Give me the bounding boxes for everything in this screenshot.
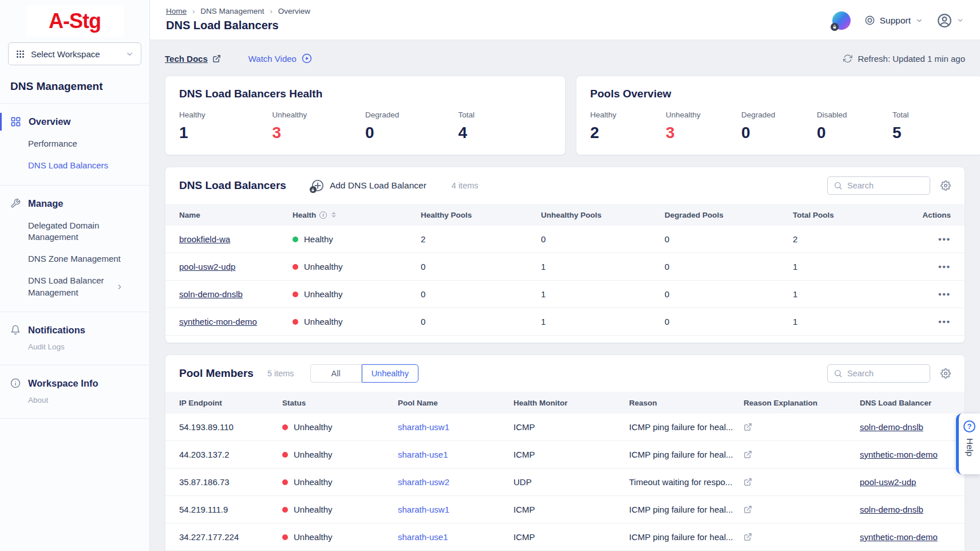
add-lb-label: Add DNS Load Balancer bbox=[330, 180, 426, 191]
refresh-button[interactable]: Refresh: Updated 1 min ago bbox=[843, 54, 965, 64]
lb-name-link[interactable]: soln-demo-dnslb bbox=[179, 289, 243, 299]
sidebar-subitem[interactable]: DNS Zone Management bbox=[0, 248, 132, 270]
lb-name-link[interactable]: pool-usw2-udp bbox=[179, 262, 235, 271]
search-icon bbox=[833, 181, 843, 190]
degraded-pools-value: 0 bbox=[665, 317, 793, 326]
stat-value: 0 bbox=[817, 124, 892, 142]
external-link-icon[interactable] bbox=[744, 423, 860, 431]
healthy-pools-value: 0 bbox=[421, 262, 541, 271]
stat: Unhealthy 3 bbox=[272, 111, 366, 142]
breadcrumb-dns-management[interactable]: DNS Management bbox=[200, 7, 264, 15]
sidebar-item-workspace-info[interactable]: Workspace Info bbox=[0, 372, 149, 395]
sidebar-section-workspace-info: Workspace Info About bbox=[0, 365, 149, 419]
lb-items-count: 4 items bbox=[452, 181, 479, 190]
sidebar-subitem-label: DNS Zone Management bbox=[28, 254, 121, 263]
pool-members-search-input[interactable] bbox=[847, 369, 924, 378]
stat-value: 0 bbox=[741, 124, 817, 142]
col-dns-load-balancer: DNS Load Balancer bbox=[860, 399, 951, 407]
stat-label: Unhealthy bbox=[272, 111, 307, 119]
lb-search-input[interactable] bbox=[847, 181, 924, 190]
pool-members-items-count: 5 items bbox=[267, 369, 294, 378]
pool-name-link[interactable]: sharath-use1 bbox=[398, 450, 448, 459]
breadcrumb-overview[interactable]: Overview bbox=[278, 7, 310, 15]
col-healthy-pools[interactable]: Healthy Pools bbox=[421, 211, 541, 219]
pool-name-link[interactable]: sharath-usw1 bbox=[398, 505, 449, 514]
sidebar-item-overview[interactable]: Overview bbox=[0, 111, 149, 133]
health-status: Unhealthy bbox=[304, 317, 343, 326]
sidebar-item-manage[interactable]: Manage bbox=[0, 192, 149, 215]
help-widget[interactable]: Help bbox=[956, 414, 980, 474]
row-actions-button[interactable] bbox=[938, 317, 951, 326]
lb-name-link[interactable]: synthetic-mon-demo bbox=[179, 317, 257, 326]
support-menu[interactable]: Support bbox=[864, 15, 923, 26]
table-row: 35.87.186.73 Unhealthy sharath-usw2 UDP … bbox=[165, 469, 965, 496]
info-icon[interactable] bbox=[319, 211, 327, 219]
pool-name-link[interactable]: sharath-use1 bbox=[398, 532, 448, 542]
col-total-pools[interactable]: Total Pools bbox=[793, 211, 916, 219]
stat-label: Healthy bbox=[179, 111, 206, 119]
external-link-icon[interactable] bbox=[744, 450, 860, 459]
col-pool-name: Pool Name bbox=[398, 399, 513, 407]
lb-name-link[interactable]: brookfield-wa bbox=[179, 234, 230, 244]
tech-docs-link[interactable]: Tech Docs bbox=[165, 54, 221, 64]
dns-lb-link[interactable]: soln-demo-dnslb bbox=[860, 422, 923, 432]
sort-icon[interactable] bbox=[331, 212, 336, 218]
sidebar-subitem[interactable]: Performance bbox=[0, 133, 149, 155]
sidebar-subitem[interactable]: DNS Load Balancer Management bbox=[0, 270, 132, 304]
sidebar-item-about[interactable]: About bbox=[0, 395, 149, 410]
member-status: Unhealthy bbox=[294, 450, 333, 459]
col-degraded-pools[interactable]: Degraded Pools bbox=[665, 211, 793, 219]
col-status: Status bbox=[282, 399, 398, 407]
row-actions-button[interactable] bbox=[938, 234, 951, 244]
sidebar: A-Stg Select Workspace DNS Management Ov… bbox=[0, 0, 150, 551]
reason-text: Timeout waiting for respo... bbox=[629, 477, 732, 487]
table-row: soln-demo-dnslb Unhealthy 0 1 0 1 bbox=[165, 281, 965, 308]
col-unhealthy-pools[interactable]: Unhealthy Pools bbox=[541, 211, 665, 219]
dns-lb-link[interactable]: pool-usw2-udp bbox=[860, 477, 916, 487]
help-label: Help bbox=[965, 438, 975, 456]
workspace-selector[interactable]: Select Workspace bbox=[8, 42, 141, 65]
member-status: Unhealthy bbox=[294, 505, 333, 514]
pool-name-link[interactable]: sharath-usw1 bbox=[398, 422, 449, 432]
filter-all-button[interactable]: All bbox=[310, 364, 362, 383]
sidebar-subitem[interactable]: Delegated Domain Management bbox=[0, 215, 132, 249]
breadcrumb-home[interactable]: Home bbox=[166, 7, 187, 15]
row-actions-button[interactable] bbox=[938, 289, 951, 299]
external-link-icon[interactable] bbox=[744, 505, 860, 514]
sidebar-subitem-label: Delegated Domain Management bbox=[28, 221, 99, 242]
sidebar-item-notifications[interactable]: Notifications bbox=[0, 319, 149, 341]
account-menu[interactable] bbox=[937, 13, 964, 28]
tenant-avatar[interactable] bbox=[832, 11, 851, 30]
lb-table-header: Name Health Healthy Pools Unhealthy Pool… bbox=[165, 204, 965, 226]
gear-icon[interactable] bbox=[941, 368, 951, 379]
status-dot bbox=[282, 452, 288, 458]
status-dot bbox=[282, 507, 288, 513]
lock-icon bbox=[310, 186, 317, 193]
sidebar-section-notifications: Notifications Audit Logs bbox=[0, 312, 149, 365]
chevron-down-icon bbox=[957, 17, 964, 24]
row-actions-button[interactable] bbox=[938, 262, 951, 271]
lb-health-card-title: DNS Load Balancers Health bbox=[179, 88, 551, 100]
external-link-icon bbox=[212, 54, 221, 63]
sidebar-subitem[interactable]: DNS Load Balancers bbox=[0, 155, 149, 176]
user-icon bbox=[937, 13, 952, 28]
add-dns-lb-button[interactable]: Add DNS Load Balancer bbox=[311, 179, 426, 192]
table-row: pool-usw2-udp Unhealthy 0 1 0 1 bbox=[165, 253, 965, 281]
dns-lb-link[interactable]: synthetic-mon-demo bbox=[860, 450, 938, 459]
total-pools-value: 2 bbox=[793, 234, 916, 244]
external-link-icon[interactable] bbox=[744, 533, 860, 541]
pool-members-search bbox=[827, 364, 930, 383]
dns-lb-link[interactable]: synthetic-mon-demo bbox=[860, 532, 938, 542]
dns-lb-link[interactable]: soln-demo-dnslb bbox=[860, 505, 923, 514]
external-link-icon[interactable] bbox=[744, 478, 860, 486]
pool-name-link[interactable]: sharath-usw2 bbox=[398, 477, 449, 487]
filter-unhealthy-button[interactable]: Unhealthy bbox=[362, 364, 418, 383]
col-health[interactable]: Health bbox=[293, 211, 421, 219]
chevron-right-icon bbox=[116, 283, 124, 291]
col-name[interactable]: Name bbox=[179, 211, 293, 219]
col-actions: Actions bbox=[916, 211, 951, 219]
product-title: DNS Management bbox=[0, 74, 149, 104]
sidebar-item-audit-logs[interactable]: Audit Logs bbox=[0, 341, 149, 357]
gear-icon[interactable] bbox=[941, 180, 951, 191]
watch-video-link[interactable]: Watch Video bbox=[248, 53, 312, 64]
